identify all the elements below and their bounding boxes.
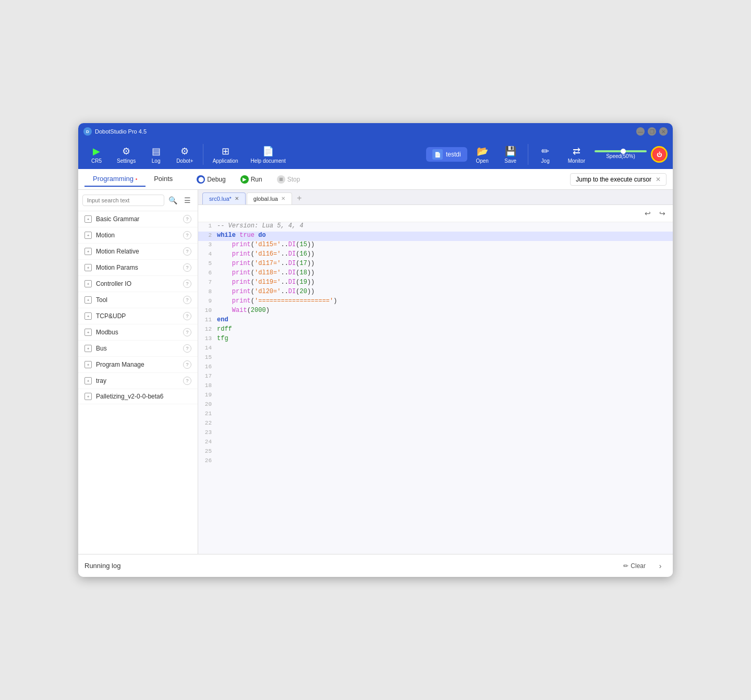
minimize-button[interactable]: — — [636, 127, 645, 136]
motion-relative-help-icon[interactable]: ? — [183, 247, 191, 256]
sidebar-item-palletizing[interactable]: + Palletizing_v2-0-0-beta6 — [78, 389, 198, 404]
motion-params-expand-icon: + — [84, 264, 92, 271]
close-jump-cursor-button[interactable]: ✕ — [656, 176, 661, 183]
code-editor[interactable]: 1 -- Version: Lua 5, 4, 4 2 while true d… — [198, 222, 673, 554]
undo-button[interactable]: ↩ — [641, 207, 654, 220]
toolbar-help[interactable]: 📄 Help document — [246, 143, 291, 166]
editor-tab-global-close[interactable]: ✕ — [281, 196, 285, 201]
toolbar-settings[interactable]: ⚙ Settings — [112, 143, 141, 166]
sidebar-item-motion-params[interactable]: + Motion Params ? — [78, 260, 198, 276]
editor-tab-global[interactable]: global.lua ✕ — [247, 192, 292, 204]
motion-expand-icon: + — [84, 232, 92, 239]
tray-help-icon[interactable]: ? — [183, 377, 191, 385]
speed-slider[interactable] — [595, 150, 647, 152]
code-line-10: 10 Wait(2000) — [198, 307, 673, 316]
menu-button[interactable]: ☰ — [181, 194, 193, 207]
code-line-7: 7 print('dl19='..DI(19)) — [198, 279, 673, 288]
close-button[interactable]: ✕ — [659, 127, 668, 136]
sidebar-item-tcp-udp[interactable]: + TCP&UDP ? — [78, 308, 198, 324]
sidebar-item-program-manage[interactable]: + Program Manage ? — [78, 357, 198, 373]
programming-modified-dot: • — [136, 176, 138, 182]
search-button[interactable]: 🔍 — [166, 194, 179, 207]
line-content-10: Wait(2000) — [215, 307, 673, 314]
tab-points[interactable]: Points — [146, 172, 181, 187]
open-icon: 📂 — [477, 146, 488, 157]
sidebar-item-tool[interactable]: + Tool ? — [78, 292, 198, 308]
line-num-11: 11 — [198, 316, 215, 323]
toolbar-application[interactable]: ⊞ Application — [208, 143, 244, 166]
app-logo: D — [83, 127, 92, 136]
emergency-stop-button[interactable]: ⏻ — [651, 146, 668, 163]
editor-tab-global-label: global.lua — [253, 196, 278, 202]
log-actions: ✏ Clear › — [619, 560, 667, 572]
sidebar-item-bus[interactable]: + Bus ? — [78, 341, 198, 357]
code-line-5: 5 print('dl17='..DI(17)) — [198, 260, 673, 269]
sidebar-item-motion[interactable]: + Motion ? — [78, 227, 198, 244]
basic-grammar-help-icon[interactable]: ? — [183, 215, 191, 223]
toolbar-jog[interactable]: ✏ Jog — [532, 143, 559, 166]
nav-tabs: Programming • Points — [84, 172, 181, 187]
sidebar-item-basic-grammar[interactable]: + Basic Grammar ? — [78, 211, 198, 227]
toolbar-open[interactable]: 📂 Open — [469, 143, 495, 166]
main-content: 🔍 ☰ + Basic Grammar ? + Motion ? + Motio… — [78, 190, 673, 554]
main-toolbar: ▶ CR5 ⚙ Settings ▤ Log ⚙ Dobot+ ⊞ Applic… — [78, 140, 673, 169]
run-label: Run — [251, 176, 262, 183]
toolbar-dobot[interactable]: ⚙ Dobot+ — [171, 143, 199, 166]
speed-label: Speed(50%) — [606, 153, 635, 159]
sidebar-item-tray[interactable]: + tray ? — [78, 373, 198, 389]
code-line-12: 12 rdff — [198, 325, 673, 335]
bus-label: Bus — [96, 345, 183, 352]
bus-expand-icon: + — [84, 345, 92, 352]
toolbar-right: ✏ Jog ⇄ Monitor Speed(50%) ⏻ — [532, 143, 668, 166]
cr5-label: CR5 — [91, 158, 102, 164]
line-content-12: rdff — [215, 325, 673, 333]
code-line-21: 21 — [198, 410, 673, 419]
code-line-18: 18 — [198, 382, 673, 391]
tab-programming-label: Programming — [93, 175, 134, 183]
controller-io-label: Controller IO — [96, 280, 183, 287]
emergency-icon: ⏻ — [657, 152, 662, 158]
code-line-13: 13 tfg — [198, 335, 673, 344]
log-icon: ▤ — [152, 146, 161, 157]
stop-icon: ⏹ — [277, 175, 285, 184]
tab-programming[interactable]: Programming • — [84, 172, 146, 187]
debug-button[interactable]: ⬤ Debug — [191, 173, 231, 186]
editor-tab-src0-close[interactable]: ✕ — [235, 196, 239, 201]
motion-params-help-icon[interactable]: ? — [183, 263, 191, 272]
program-manage-help-icon[interactable]: ? — [183, 360, 191, 369]
line-num-9: 9 — [198, 297, 215, 304]
code-line-20: 20 — [198, 401, 673, 410]
title-bar-left: D DobotStudio Pro 4.5 — [83, 127, 147, 136]
redo-button[interactable]: ↪ — [656, 207, 669, 220]
editor-toolbar: ↩ ↪ — [198, 205, 673, 222]
sidebar-item-modbus[interactable]: + Modbus ? — [78, 324, 198, 341]
file-tab-name: testdi — [446, 151, 461, 158]
toolbar-cr5[interactable]: ▶ CR5 — [83, 143, 110, 166]
code-line-22: 22 — [198, 419, 673, 429]
code-line-17: 17 — [198, 372, 673, 382]
controller-io-help-icon[interactable]: ? — [183, 280, 191, 288]
sidebar-item-controller-io[interactable]: + Controller IO ? — [78, 276, 198, 292]
toolbar-save[interactable]: 💾 Save — [498, 143, 524, 166]
motion-help-icon[interactable]: ? — [183, 231, 191, 239]
add-tab-button[interactable]: + — [293, 192, 306, 204]
line-num-8: 8 — [198, 288, 215, 295]
tool-help-icon[interactable]: ? — [183, 296, 191, 304]
clear-button[interactable]: ✏ Clear — [619, 560, 650, 572]
restore-button[interactable]: ❐ — [648, 127, 656, 136]
file-tab-toolbar[interactable]: 📄 testdi — [426, 147, 467, 162]
tcp-udp-help-icon[interactable]: ? — [183, 312, 191, 320]
expand-log-button[interactable]: › — [654, 560, 667, 572]
bus-help-icon[interactable]: ? — [183, 344, 191, 353]
editor-tab-src0[interactable]: src0.lua* ✕ — [202, 192, 246, 204]
motion-relative-expand-icon: + — [84, 248, 92, 255]
toolbar-log[interactable]: ▤ Log — [143, 143, 169, 166]
search-input[interactable] — [82, 195, 164, 206]
stop-button[interactable]: ⏹ Stop — [272, 173, 306, 186]
jump-cursor-box[interactable]: Jump to the execute cursor ✕ — [570, 173, 667, 186]
toolbar-monitor[interactable]: ⇄ Monitor — [563, 143, 590, 166]
editor-tab-src0-label: src0.lua* — [209, 196, 232, 202]
sidebar-item-motion-relative[interactable]: + Motion Relative ? — [78, 244, 198, 260]
modbus-help-icon[interactable]: ? — [183, 328, 191, 336]
run-button[interactable]: ▶ Run — [235, 173, 268, 186]
